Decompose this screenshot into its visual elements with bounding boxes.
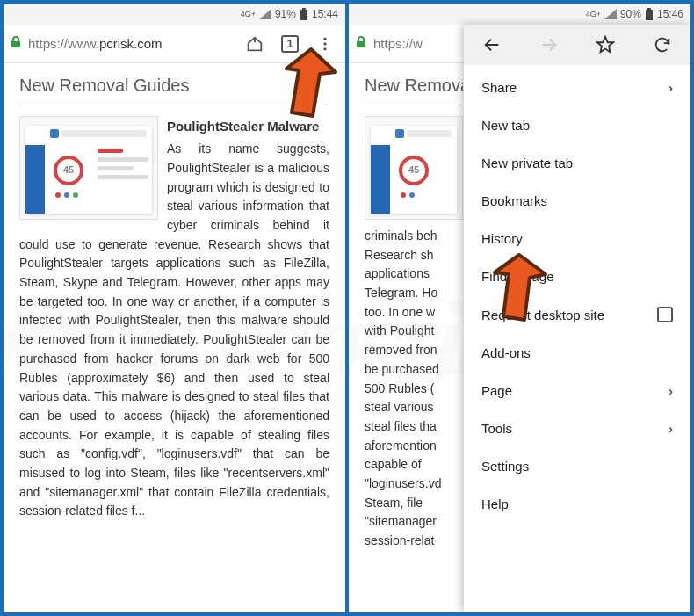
- url-truncated: https://w: [373, 36, 423, 51]
- url-display[interactable]: https://www.pcrisk.com: [28, 36, 235, 51]
- article-thumbnail[interactable]: 45: [19, 116, 158, 220]
- status-bar: 4G+ 91% 15:44: [4, 4, 345, 25]
- overflow-menu-icon[interactable]: [310, 29, 340, 59]
- svg-point-4: [323, 47, 326, 50]
- tab-count: 1: [281, 35, 299, 53]
- svg-point-2: [323, 37, 326, 40]
- thumbnail-score: 45: [54, 156, 83, 185]
- menu-settings[interactable]: Settings: [464, 447, 690, 485]
- menu-bookmarks[interactable]: Bookmarks: [464, 182, 690, 220]
- tabs-button[interactable]: 1: [275, 29, 305, 59]
- battery-text: 90%: [620, 8, 641, 20]
- overflow-menu: Share› New tab New private tab Bookmarks…: [464, 25, 690, 612]
- page-title: New Removal Guides: [365, 76, 463, 105]
- home-icon[interactable]: [240, 29, 270, 59]
- checkbox-icon[interactable]: [657, 307, 673, 322]
- clock-text: 15:46: [657, 8, 683, 20]
- menu-history[interactable]: History: [464, 220, 690, 257]
- chevron-right-icon: ›: [669, 383, 673, 398]
- menu-request-desktop[interactable]: Request desktop site: [464, 295, 690, 334]
- battery-text: 91%: [275, 8, 296, 20]
- status-bar: 4G+ 90% 15:46: [349, 4, 690, 25]
- svg-rect-6: [647, 8, 651, 10]
- url-protocol: https://: [28, 36, 68, 51]
- bookmark-star-icon[interactable]: [577, 25, 634, 64]
- reload-icon[interactable]: [634, 25, 691, 64]
- svg-rect-1: [302, 8, 306, 10]
- menu-new-private-tab[interactable]: New private tab: [464, 144, 690, 182]
- chevron-right-icon: ›: [669, 421, 673, 436]
- menu-page[interactable]: Page›: [464, 372, 690, 409]
- menu-share[interactable]: Share›: [464, 69, 690, 106]
- svg-rect-0: [300, 10, 307, 20]
- battery-icon: [645, 8, 654, 20]
- menu-list: Share› New tab New private tab Bookmarks…: [464, 65, 690, 526]
- url-prefix: www.: [68, 36, 99, 51]
- menu-tools[interactable]: Tools›: [464, 409, 690, 447]
- address-bar: https://www.pcrisk.com 1: [4, 25, 345, 63]
- menu-help[interactable]: Help: [464, 485, 690, 523]
- thumbnail-score: 45: [399, 156, 429, 185]
- signal-icon: [259, 9, 271, 19]
- article: 45 PoulightStealer Malware As its name s…: [19, 116, 329, 521]
- menu-new-tab[interactable]: New tab: [464, 106, 690, 144]
- menu-find-in-page[interactable]: Find in page: [464, 257, 690, 295]
- article-thumbnail[interactable]: 45: [365, 116, 463, 220]
- lock-icon: [9, 35, 23, 53]
- url-domain: pcrisk.com: [99, 36, 163, 51]
- page-content: pcrisk.com New Removal Guides 45 Pouligh…: [4, 63, 345, 612]
- chevron-right-icon: ›: [669, 80, 673, 95]
- network-label: 4G+: [586, 10, 601, 18]
- article: 45 criminals behResearch shapplicationsT…: [365, 116, 463, 551]
- menu-nav-bar: [464, 25, 690, 65]
- battery-icon: [300, 8, 308, 20]
- forward-icon: [521, 25, 578, 64]
- back-icon[interactable]: [464, 25, 521, 64]
- page-title: New Removal Guides: [19, 76, 329, 105]
- svg-point-3: [323, 42, 326, 45]
- signal-icon: [604, 9, 617, 19]
- network-label: 4G+: [241, 10, 256, 18]
- screenshot-left: 4G+ 91% 15:44 https://www.pcrisk.com 1 p…: [4, 4, 345, 612]
- svg-rect-5: [646, 10, 653, 20]
- menu-addons[interactable]: Add-ons: [464, 334, 690, 372]
- screenshot-right: 4G+ 90% 15:46 https://w pcrisk.com New R…: [349, 4, 690, 612]
- clock-text: 15:44: [312, 8, 338, 20]
- lock-icon: [354, 35, 368, 53]
